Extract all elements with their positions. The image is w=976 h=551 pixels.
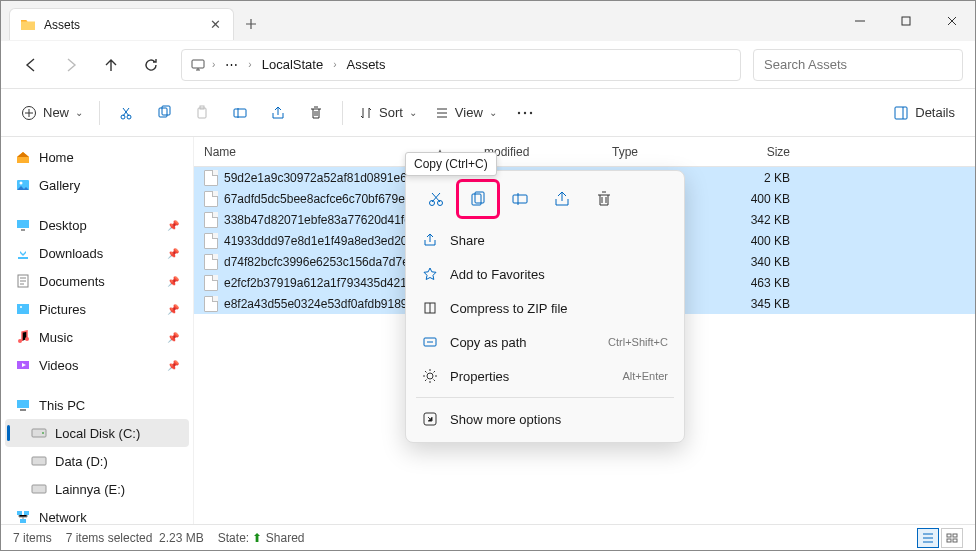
breadcrumb-item[interactable]: LocalState [258, 55, 327, 74]
svg-rect-13 [895, 107, 907, 119]
sidebar-item-network[interactable]: Network [5, 503, 189, 524]
new-tab-button[interactable] [234, 8, 268, 40]
svg-point-10 [518, 111, 520, 113]
cut-button[interactable] [108, 95, 144, 131]
sidebar-item-thispc[interactable]: This PC [5, 391, 189, 419]
file-size: 2 KB [722, 171, 800, 185]
view-button[interactable]: View⌄ [427, 95, 505, 131]
file-name: e2fcf2b37919a612a1f793435d421e3 [224, 276, 420, 290]
ctx-delete-button[interactable] [584, 181, 624, 217]
svg-rect-42 [947, 534, 951, 537]
tab-close-button[interactable]: ✕ [207, 17, 223, 33]
maximize-button[interactable] [883, 1, 929, 41]
sidebar-item-downloads[interactable]: Downloads📌 [5, 239, 189, 267]
folder-icon [20, 17, 36, 33]
tab[interactable]: Assets ✕ [9, 8, 234, 40]
sidebar-item-pictures[interactable]: Pictures📌 [5, 295, 189, 323]
file-name: e8f2a43d55e0324e53df0afdb91891 [224, 297, 414, 311]
copypath-icon [422, 334, 438, 350]
ctx-copy-button[interactable] [458, 181, 498, 217]
file-size: 340 KB [722, 255, 800, 269]
gallery-icon [15, 177, 31, 193]
up-button[interactable] [93, 47, 129, 83]
col-size[interactable]: Size [722, 145, 800, 159]
breadcrumb-item[interactable]: Assets [342, 55, 389, 74]
breadcrumb[interactable]: › ⋯ › LocalState › Assets [181, 49, 741, 81]
command-bar: New ⌄ Sort⌄ View⌄ Details [1, 89, 975, 137]
file-size: 342 KB [722, 213, 800, 227]
file-icon [204, 191, 218, 207]
ctx-properties[interactable]: PropertiesAlt+Enter [412, 359, 678, 393]
chevron-right-icon[interactable]: › [212, 59, 215, 70]
status-bar: 7 items 7 items selected 2.23 MB State: … [1, 524, 975, 550]
minimize-button[interactable] [837, 1, 883, 41]
ctx-copypath[interactable]: Copy as pathCtrl+Shift+C [412, 325, 678, 359]
star-icon [422, 266, 438, 282]
delete-button[interactable] [298, 95, 334, 131]
breadcrumb-overflow[interactable]: ⋯ [221, 55, 242, 74]
monitor-icon [190, 57, 206, 73]
share-icon [422, 232, 438, 248]
copy-button[interactable] [146, 95, 182, 131]
sidebar-item-desktop[interactable]: Desktop📌 [5, 211, 189, 239]
refresh-button[interactable] [133, 47, 169, 83]
ctx-zip[interactable]: Compress to ZIP file [412, 291, 678, 325]
svg-rect-9 [234, 109, 246, 117]
ctx-share[interactable]: Share [412, 223, 678, 257]
ctx-share-button[interactable] [542, 181, 582, 217]
sidebar-item-data-d[interactable]: Data (D:) [5, 447, 189, 475]
view-details-button[interactable] [917, 528, 939, 548]
tab-title: Assets [44, 18, 207, 32]
paste-button[interactable] [184, 95, 220, 131]
sidebar-item-localdisk-c[interactable]: Local Disk (C:) [5, 419, 189, 447]
file-name: 338b47d82071ebfe83a77620d41fe2 [224, 213, 418, 227]
forward-button[interactable] [53, 47, 89, 83]
sort-button[interactable]: Sort⌄ [351, 95, 425, 131]
sidebar-item-music[interactable]: Music📌 [5, 323, 189, 351]
svg-rect-37 [513, 195, 527, 203]
ctx-rename-button[interactable] [500, 181, 540, 217]
file-size: 400 KB [722, 192, 800, 206]
svg-rect-0 [902, 17, 910, 25]
details-button[interactable]: Details [885, 95, 963, 131]
network-icon [15, 509, 31, 524]
sidebar-item-documents[interactable]: Documents📌 [5, 267, 189, 295]
more-button[interactable] [507, 95, 543, 131]
svg-rect-25 [20, 409, 26, 411]
file-icon [204, 212, 218, 228]
svg-rect-31 [24, 511, 29, 515]
svg-rect-44 [947, 539, 951, 542]
more-icon [422, 411, 438, 427]
svg-point-11 [524, 111, 526, 113]
rename-button[interactable] [222, 95, 258, 131]
context-menu: Share Add to Favorites Compress to ZIP f… [405, 170, 685, 443]
status-items: 7 items [13, 531, 52, 545]
col-type[interactable]: Type [602, 145, 722, 159]
new-button[interactable]: New ⌄ [13, 95, 91, 131]
file-size: 463 KB [722, 276, 800, 290]
music-icon [15, 329, 31, 345]
sidebar-item-videos[interactable]: Videos📌 [5, 351, 189, 379]
ctx-more[interactable]: Show more options [412, 402, 678, 436]
view-icons-button[interactable] [941, 528, 963, 548]
chevron-right-icon[interactable]: › [248, 59, 251, 70]
file-icon [204, 254, 218, 270]
share-button[interactable] [260, 95, 296, 131]
ctx-cut-button[interactable] [416, 181, 456, 217]
file-icon [204, 233, 218, 249]
chevron-right-icon[interactable]: › [333, 59, 336, 70]
home-icon [15, 149, 31, 165]
search-input[interactable]: Search Assets [753, 49, 963, 81]
sidebar-item-lainnya-e[interactable]: Lainnya (E:) [5, 475, 189, 503]
close-button[interactable] [929, 1, 975, 41]
sidebar-item-gallery[interactable]: Gallery [5, 171, 189, 199]
sidebar-item-home[interactable]: Home [5, 143, 189, 171]
file-name: d74f82bcfc3996e6253c156da7d7e9 [224, 255, 416, 269]
svg-rect-30 [17, 511, 22, 515]
ctx-favorites[interactable]: Add to Favorites [412, 257, 678, 291]
svg-rect-17 [18, 257, 28, 259]
back-button[interactable] [13, 47, 49, 83]
nav-toolbar: › ⋯ › LocalState › Assets Search Assets [1, 41, 975, 89]
desktop-icon [15, 217, 31, 233]
drive-icon [31, 483, 47, 495]
